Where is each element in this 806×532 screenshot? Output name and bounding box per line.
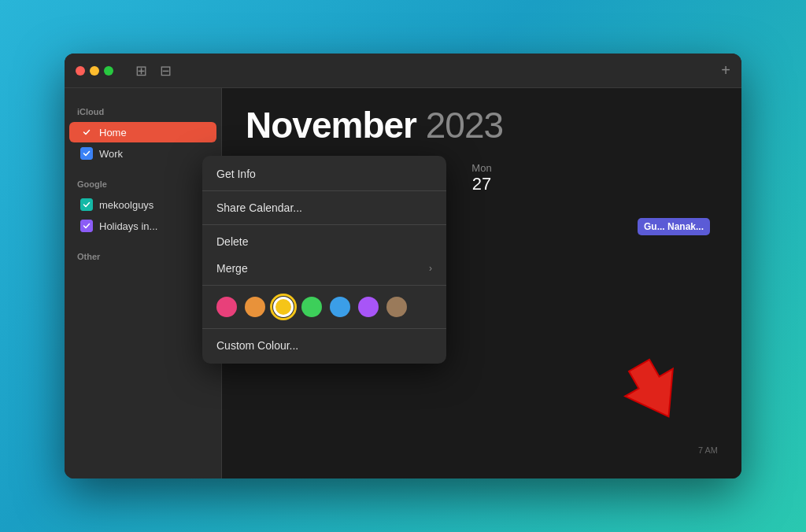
app-window: ⊞ ⊟ + iCloud Home	[65, 54, 741, 478]
icloud-section-label: iCloud	[65, 101, 221, 121]
calendar-header: November 2023	[222, 88, 741, 154]
chevron-right-icon: ›	[429, 263, 432, 274]
mekoolguys-check-icon	[80, 198, 93, 211]
add-button[interactable]: +	[721, 61, 730, 79]
swatch-orange[interactable]	[245, 297, 265, 317]
maximize-button[interactable]	[104, 66, 113, 76]
menu-item-get-info[interactable]: Get Info	[202, 161, 446, 187]
titlebar: ⊞ ⊟ +	[65, 54, 741, 88]
sidebar-item-mekoolguys[interactable]: mekoolguys	[69, 194, 216, 215]
work-check-icon	[80, 147, 93, 160]
sidebar-item-holidays[interactable]: Holidays in...	[69, 216, 216, 236]
sidebar-item-home[interactable]: Home	[69, 122, 216, 142]
swatch-yellow[interactable]	[273, 297, 294, 317]
sidebar: iCloud Home Work Google	[65, 88, 222, 478]
mekoolguys-label: mekoolguys	[99, 199, 153, 211]
time-label: 7 AM	[698, 445, 718, 455]
holidays-label: Holidays in...	[99, 220, 157, 232]
close-button[interactable]	[76, 66, 85, 76]
google-section-label: Google	[65, 173, 221, 194]
work-label: Work	[99, 148, 123, 160]
swatch-purple[interactable]	[358, 297, 379, 317]
swatch-pink[interactable]	[216, 297, 237, 317]
minimize-button[interactable]	[90, 66, 99, 76]
swatch-brown[interactable]	[386, 297, 407, 317]
menu-item-merge[interactable]: Merge ›	[202, 255, 446, 282]
inbox-icon[interactable]: ⊟	[160, 62, 172, 79]
event-pill[interactable]: Gu... Nanak...	[638, 218, 710, 235]
menu-separator-1	[202, 190, 446, 191]
menu-separator-3	[202, 285, 446, 286]
menu-item-custom-colour[interactable]: Custom Colour...	[202, 332, 446, 359]
menu-item-delete[interactable]: Delete	[202, 228, 446, 255]
sidebar-item-work[interactable]: Work	[69, 143, 216, 164]
context-menu: Get Info Share Calendar... Delete Merge …	[202, 156, 446, 364]
menu-separator-2	[202, 224, 446, 225]
menu-item-share-calendar[interactable]: Share Calendar...	[202, 194, 446, 221]
color-swatches	[202, 289, 446, 325]
calendar-month: November	[246, 105, 416, 146]
swatch-blue[interactable]	[330, 297, 350, 317]
holidays-check-icon	[80, 220, 93, 232]
calendar-title: November 2023	[246, 104, 718, 146]
titlebar-icons: ⊞ ⊟	[135, 62, 172, 79]
other-section-label: Other	[65, 246, 221, 266]
calendar-year: 2023	[426, 105, 503, 146]
home-check-icon	[80, 126, 93, 139]
traffic-lights	[76, 66, 113, 76]
menu-separator-4	[202, 328, 446, 329]
calendar-grid-icon[interactable]: ⊞	[135, 62, 147, 79]
home-label: Home	[99, 127, 127, 139]
swatch-green[interactable]	[301, 297, 322, 317]
